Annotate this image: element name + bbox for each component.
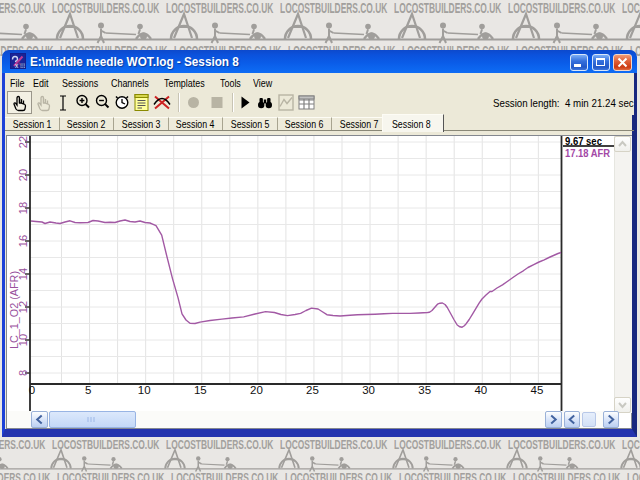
svg-text:15: 15 [194,384,207,396]
svg-text:LC_1_O2 (AFR): LC_1_O2 (AFR) [8,271,20,349]
svg-text:45: 45 [531,384,544,396]
svg-text:20: 20 [250,384,263,396]
svg-text:22: 22 [17,136,29,148]
svg-text:5: 5 [85,384,91,396]
svg-text:18: 18 [17,202,29,214]
svg-text:0: 0 [29,384,35,396]
svg-text:17.18 AFR: 17.18 AFR [565,147,610,159]
svg-text:25: 25 [306,384,319,396]
svg-text:10: 10 [138,384,151,396]
svg-text:9.67 sec: 9.67 sec [565,136,602,147]
svg-text:40: 40 [474,384,487,396]
svg-text:16: 16 [17,235,29,247]
svg-text:35: 35 [418,384,431,396]
svg-text:8: 8 [17,370,29,376]
svg-text:20: 20 [17,169,29,181]
svg-text:30: 30 [362,384,375,396]
